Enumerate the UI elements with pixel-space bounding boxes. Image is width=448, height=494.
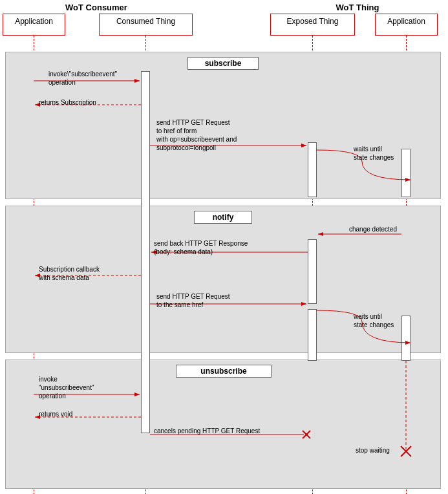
unsubscribe-label: unsubscribe	[176, 365, 272, 378]
activation-app-right-2	[401, 316, 411, 361]
msg-invoke-unsubscribe: invoke"unsubscribeevent"operation	[39, 375, 94, 400]
msg-send-http-get-same: send HTTP GET Requestto the same href	[156, 292, 230, 309]
msg-cancels-request: cancels pending HTTP GET Request	[154, 427, 260, 435]
msg-returns-void: returns void	[39, 410, 72, 418]
msg-invoke-subscribe: invoke\"subscribeevent"operation	[48, 70, 117, 87]
activation-app-right-1	[401, 149, 411, 197]
subscribe-label: subscribe	[187, 57, 259, 70]
wot-consumer-label: WoT Consumer	[3, 3, 190, 12]
exposed-thing-box: Exposed Thing	[270, 14, 355, 36]
activation-exposed-thing-2	[308, 239, 317, 304]
msg-change-detected: change detected	[349, 225, 397, 233]
consumed-thing-box: Consumed Thing	[99, 14, 193, 36]
activation-exposed-thing-3	[308, 309, 317, 361]
msg-stop-waiting: stop waiting	[356, 446, 390, 455]
wot-thing-label: WoT Thing	[270, 3, 445, 12]
notify-label: notify	[194, 211, 252, 224]
activation-exposed-thing-1	[308, 142, 317, 197]
msg-send-back-response: send back HTTP GET Response(body: schema…	[154, 239, 248, 256]
activation-consumed-thing	[141, 71, 150, 433]
msg-subscription-callback: Subscription callbackwith schema data	[39, 265, 100, 282]
msg-waits-2: waits untilstate changes	[354, 312, 394, 329]
app-left-box: Application	[3, 14, 65, 36]
msg-send-http-get-subscribe: send HTTP GET Requestto href of formwith…	[156, 118, 237, 152]
app-right-box: Application	[375, 14, 438, 36]
msg-returns-subscription: returns Subscription	[39, 98, 96, 107]
msg-waits-1: waits untilstate changes	[354, 145, 394, 162]
sequence-diagram: WoT Consumer WoT Thing Application Consu…	[0, 0, 448, 494]
